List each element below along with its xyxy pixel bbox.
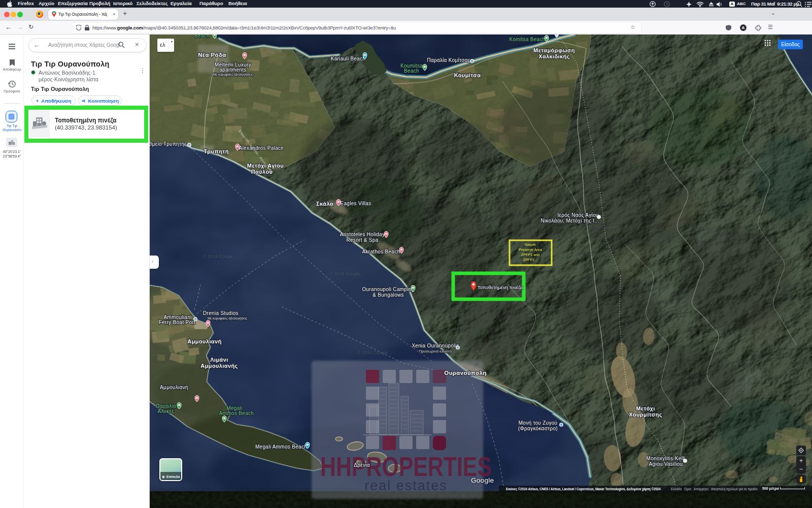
svg-text:Αμμουλιανή: Αμμουλιανή	[160, 385, 188, 390]
svg-text:© 2024 Google: © 2024 Google	[203, 254, 233, 259]
svg-text:Λιμάνι: Λιμάνι	[210, 357, 228, 363]
svg-text:real estates: real estates	[364, 478, 448, 493]
svg-text:ZPFP1 and: ZPFP1 and	[521, 252, 539, 257]
svg-text:Resort & Spa: Resort & Spa	[346, 237, 378, 243]
svg-text:Xenia Ouranoúpolis: Xenia Ouranoúpolis	[412, 343, 459, 348]
svg-text:Τοποθετημένη πινέζα: Τοποθετημένη πινέζα	[478, 284, 523, 290]
svg-text:Αμμουλιανής: Αμμουλιανής	[200, 363, 238, 369]
svg-text:Monoxylitis-Kelli: Monoxylitis-Kelli	[647, 456, 686, 461]
svg-text:& Bungalows: & Bungalows	[373, 292, 404, 298]
svg-text:Ammos Beach: Ammos Beach	[219, 410, 254, 416]
svg-text:Eagles Villas: Eagles Villas	[341, 201, 371, 206]
svg-text:Beach: Beach	[194, 35, 210, 39]
svg-text:Παραλία Κομίτσας: Παραλία Κομίτσας	[427, 57, 470, 63]
svg-text:(Φραγκόκαστρο): (Φραγκόκαστρο)	[518, 426, 558, 431]
svg-text:Σκάλα: Σκάλα	[316, 201, 333, 207]
svg-text:Δρένια: Δρένια	[354, 462, 370, 468]
svg-text:Ouranoupoli Camping: Ouranoupoli Camping	[362, 287, 415, 292]
svg-text:Μετόχι: Μετόχι	[636, 405, 655, 411]
svg-text:Megali Ammos Beach: Megali Ammos Beach	[255, 444, 307, 450]
svg-text:Beach: Beach	[404, 68, 419, 74]
svg-text:Μονή του Ζυγού: Μονή του Ζυγού	[519, 420, 558, 426]
svg-text:Ιερός Ναός Αγίου: Ιερός Ναός Αγίου	[557, 212, 598, 218]
svg-text:© 2024 Google: © 2024 Google	[358, 350, 388, 355]
svg-text:Με κορυφαίες αξιολογήσεις: Με κορυφαίες αξιολογήσεις	[213, 73, 253, 77]
svg-text:Νέα Ρόδα: Νέα Ρόδα	[198, 52, 226, 58]
svg-text:Τρυπητή: Τρυπητή	[204, 148, 229, 154]
svg-text:© 2024 Google: © 2024 Google	[330, 271, 360, 276]
svg-text:Αλυκές: Αλυκές	[158, 408, 175, 414]
svg-text:ZPFP2...: ZPFP2...	[523, 258, 537, 262]
svg-text:Με κορυφαίες αξιολογήσεις: Με κορυφαίες αξιολογήσεις	[208, 316, 247, 321]
svg-text:Προσωρινά κλειστό: Προσωρινά κλειστό	[419, 349, 452, 354]
svg-text:HHPROPERTIES: HHPROPERTIES	[320, 451, 492, 482]
svg-text:Akrathos Beach: Akrathos Beach	[362, 249, 400, 255]
svg-text:Aristoteles Holiday: Aristoteles Holiday	[340, 232, 385, 237]
svg-text:Preserve Area: Preserve Area	[519, 247, 542, 252]
svg-text:apartments: apartments	[219, 67, 246, 73]
svg-text:Αμμουλιανή: Αμμουλιανή	[187, 338, 221, 344]
svg-text:Kariauli Beach: Kariauli Beach	[331, 56, 366, 61]
svg-text:Χαλκιδικής: Χαλκιδικής	[538, 53, 570, 60]
svg-text:© 2024 Google: © 2024 Google	[589, 225, 619, 230]
svg-text:Κουμίτσα: Κουμίτσα	[454, 72, 481, 78]
svg-text:Agiou Vasiliou: Agiou Vasiliou	[649, 461, 683, 467]
svg-text:Μεταμόρφωση: Μεταμόρφωση	[533, 47, 575, 53]
svg-text:Drenia Studios: Drenia Studios	[203, 310, 239, 316]
svg-text:θμείο Τρυπητής: θμείο Τρυπητής	[150, 141, 187, 147]
svg-text:Ουρανούπολη: Ουρανούπολη	[444, 370, 486, 376]
svg-text:Komitsa Beach: Komitsa Beach	[509, 37, 545, 42]
svg-text:Ferry Boat Port: Ferry Boat Port	[159, 320, 195, 325]
svg-text:Νικολάου, Μετόχι της Ι...: Νικολάου, Μετόχι της Ι...	[541, 218, 599, 224]
svg-text:Alexandros Palace: Alexandros Palace	[239, 145, 284, 151]
svg-text:Nature: Nature	[525, 242, 536, 247]
svg-text:Χουρμίτσης: Χουρμίτσης	[629, 411, 662, 418]
